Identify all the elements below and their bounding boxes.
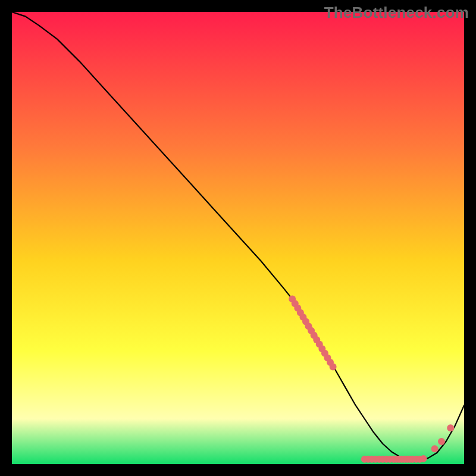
plot-area xyxy=(12,12,464,464)
gradient-background xyxy=(12,12,464,464)
data-marker xyxy=(330,364,337,371)
bottleneck-chart xyxy=(12,12,464,464)
data-marker xyxy=(431,445,439,452)
data-marker xyxy=(438,438,445,445)
data-marker xyxy=(447,424,454,431)
watermark-text: TheBottleneck.com xyxy=(324,4,469,22)
data-marker xyxy=(420,455,427,462)
chart-frame: TheBottleneck.com xyxy=(0,0,476,476)
